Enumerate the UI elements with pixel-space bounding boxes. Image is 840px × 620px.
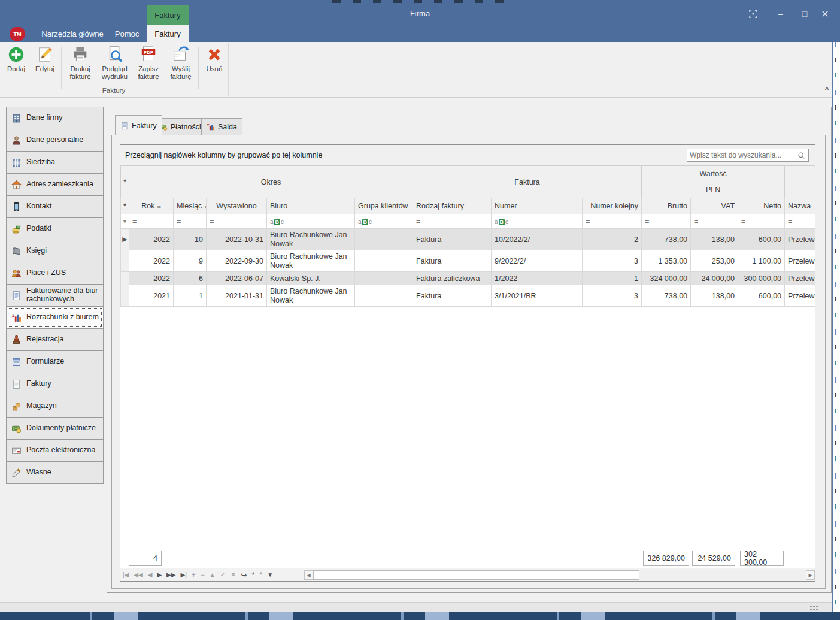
filter-cell-rodzaj[interactable]: = bbox=[413, 214, 492, 229]
save-pdf-button[interactable]: PDF Zapisz fakturę bbox=[133, 44, 164, 84]
filter-cell-vat[interactable]: = bbox=[691, 214, 738, 229]
hscroll-right-arrow[interactable]: ▶ bbox=[806, 570, 815, 580]
sidebar-item-place-i-zus[interactable]: Płace i ZUS bbox=[6, 262, 104, 285]
sidebar-item-formularze[interactable]: Formularze bbox=[6, 350, 104, 373]
sidebar-item-magazyn[interactable]: Magazyn bbox=[6, 395, 104, 418]
warehouse-boxes-icon bbox=[11, 401, 22, 412]
band-faktura[interactable]: Faktura bbox=[413, 166, 642, 198]
nav-last-button[interactable]: ▶| bbox=[180, 571, 186, 578]
print-preview-button[interactable]: Podgląd wydruku bbox=[98, 44, 132, 84]
column-header-brutto[interactable]: Brutto bbox=[642, 198, 691, 214]
nav-post-button[interactable]: ✓ bbox=[220, 571, 226, 579]
hscroll-track[interactable] bbox=[639, 570, 806, 580]
table-row[interactable]: 2022 9 2022-09-30 Biuro Rachunkowe Jan N… bbox=[121, 250, 815, 272]
add-icon bbox=[7, 46, 25, 63]
resize-grip[interactable] bbox=[809, 605, 818, 611]
band-wartosc[interactable]: Wartość bbox=[642, 166, 785, 182]
filter-cell-numer-kolejny[interactable]: = bbox=[583, 214, 642, 229]
ribbon-tab-narzedzia-glowne[interactable]: Narzędzia główne bbox=[37, 25, 108, 42]
filter-cell-brutto[interactable]: = bbox=[642, 214, 691, 229]
filter-cell-netto[interactable]: = bbox=[738, 214, 785, 229]
filter-funnel-icon[interactable]: ▼ bbox=[121, 214, 129, 229]
maximize-button[interactable]: □ bbox=[796, 6, 814, 22]
ribbon-tab-pomoc[interactable]: Pomoc bbox=[110, 25, 144, 42]
search-box[interactable] bbox=[687, 149, 809, 162]
sidebar-item-poczta-elektroniczna[interactable]: Poczta elektroniczna bbox=[6, 439, 104, 462]
column-header-rodzaj-faktury[interactable]: Rodzaj faktury bbox=[413, 198, 492, 214]
nav-prev-page-button[interactable]: ◀◀ bbox=[134, 571, 142, 578]
app-logo[interactable]: TM bbox=[10, 27, 25, 41]
sidebar-item-siedziba[interactable]: Siedziba bbox=[6, 151, 104, 174]
sidebar-item-adres-zamieszkania[interactable]: Adres zamieszkania bbox=[6, 173, 104, 196]
nav-cancel-button[interactable]: ✕ bbox=[231, 571, 236, 579]
svg-text:Σ: Σ bbox=[12, 313, 15, 318]
tab-salda[interactable]: Σ Salda bbox=[201, 118, 242, 135]
sidebar-item-faktury[interactable]: Faktury bbox=[6, 373, 104, 395]
delete-button[interactable]: Usuń bbox=[201, 44, 228, 84]
sidebar-item-wlasne[interactable]: Własne bbox=[6, 461, 104, 484]
ribbon-group-border bbox=[228, 43, 229, 96]
column-header-vat[interactable]: VAT bbox=[691, 198, 738, 214]
nav-prev-button[interactable]: ◀ bbox=[148, 571, 153, 578]
edit-button[interactable]: Edytuj bbox=[31, 44, 59, 84]
filter-cell-wystawiono[interactable]: = bbox=[207, 214, 267, 229]
column-header-netto[interactable]: Netto bbox=[738, 198, 785, 214]
current-row-icon: ▶ bbox=[121, 229, 129, 250]
ribbon-tab-faktury-active[interactable]: Faktury bbox=[147, 25, 189, 42]
search-input[interactable] bbox=[687, 151, 797, 159]
filter-cell-miesiac[interactable]: = bbox=[174, 214, 207, 229]
sidebar-item-rejestracja[interactable]: Rejestracja bbox=[6, 328, 104, 351]
collapse-ribbon-chevron-icon[interactable]: ^ bbox=[820, 85, 833, 95]
sidebar-item-dane-firmy[interactable]: Dane firmy bbox=[6, 107, 104, 129]
tab-faktury[interactable]: Faktury bbox=[115, 115, 162, 135]
send-invoice-button[interactable]: Wyślij fakturę bbox=[165, 44, 196, 84]
nav-bookmark2-button[interactable]: * bbox=[259, 570, 262, 579]
column-header-nazwa[interactable]: Nazwa bbox=[785, 198, 815, 214]
nav-next-page-button[interactable]: ▶▶ bbox=[166, 571, 175, 578]
filter-cell-numer[interactable]: aBc bbox=[492, 214, 583, 229]
column-header-numer-kolejny[interactable]: Numer kolejny bbox=[583, 198, 642, 214]
column-header-biuro[interactable]: Biuro bbox=[267, 198, 355, 214]
nav-first-button[interactable]: |◀ bbox=[123, 571, 129, 578]
hscroll-thumb[interactable] bbox=[313, 570, 639, 580]
nav-next-button[interactable]: ▶ bbox=[157, 571, 162, 578]
column-header-numer[interactable]: Numer bbox=[492, 198, 583, 214]
sidebar-item-kontakt[interactable]: Kontakt bbox=[6, 195, 104, 218]
sidebar-item-dokumenty-platnicze[interactable]: Dokumenty płatnicze bbox=[6, 417, 104, 440]
hscroll-left-arrow[interactable]: ◀ bbox=[304, 570, 313, 580]
nav-filter-button[interactable]: ▼ bbox=[267, 571, 273, 578]
nav-bookmark-button[interactable]: * bbox=[251, 570, 254, 579]
column-header-miesiac[interactable]: Miesiąc≡ bbox=[174, 198, 207, 214]
sidebar-item-ksiegi[interactable]: Księgi bbox=[6, 240, 104, 262]
sidebar-item-rozrachunki-z-biurem[interactable]: Σ Rozrachunki z biurem bbox=[6, 306, 104, 329]
form-icon bbox=[11, 357, 22, 367]
table-row[interactable]: 2021 1 2021-01-31 Biuro Rachunkowe Jan N… bbox=[121, 285, 815, 307]
sidebar-item-podatki[interactable]: Podatki bbox=[6, 217, 104, 240]
band-okres[interactable]: Okres bbox=[129, 166, 413, 198]
filter-cell-grupa[interactable]: aBc bbox=[355, 214, 413, 229]
background-window-top-edge bbox=[332, 0, 512, 3]
table-row[interactable]: 2022 6 2022-06-07 Kowalski Sp. J. Faktur… bbox=[121, 272, 815, 285]
add-button[interactable]: Dodaj bbox=[4, 44, 29, 84]
column-header-grupa-klientow[interactable]: Grupa klientów bbox=[355, 198, 413, 214]
filter-cell-nazwa[interactable]: = bbox=[785, 214, 815, 229]
email-icon bbox=[11, 446, 22, 456]
focus-mode-button[interactable] bbox=[744, 6, 762, 22]
print-invoice-button[interactable]: Drukuj fakturę bbox=[64, 44, 96, 84]
table-row[interactable]: ▶ 2022 10 2022-10-31 Biuro Rachunkowe Ja… bbox=[121, 229, 815, 250]
nav-insert-button[interactable]: + bbox=[192, 571, 196, 579]
band-pln[interactable]: PLN bbox=[642, 182, 785, 198]
sidebar-item-fakturowanie-dla-biur[interactable]: Fakturowanie dla biur rachunkowych bbox=[6, 284, 104, 307]
nav-refresh-button[interactable]: ↪ bbox=[241, 571, 247, 579]
filter-cell-biuro[interactable]: aBc bbox=[267, 214, 355, 229]
sidebar-item-dane-personalne[interactable]: Dane personalne bbox=[6, 129, 104, 152]
background-window-strip bbox=[833, 42, 840, 612]
sidebar-navigation: Dane firmy Dane personalne Siedziba Adre… bbox=[6, 107, 104, 484]
close-button[interactable]: ✕ bbox=[816, 6, 834, 22]
filter-cell-rok[interactable]: = bbox=[129, 214, 174, 229]
minimize-button[interactable]: – bbox=[772, 6, 790, 22]
nav-edit-button[interactable]: ▲ bbox=[210, 571, 216, 578]
nav-delete-button[interactable]: − bbox=[201, 571, 205, 579]
column-header-wystawiono[interactable]: Wystawiono bbox=[207, 198, 267, 214]
column-header-rok[interactable]: Rok≡ bbox=[129, 198, 174, 214]
